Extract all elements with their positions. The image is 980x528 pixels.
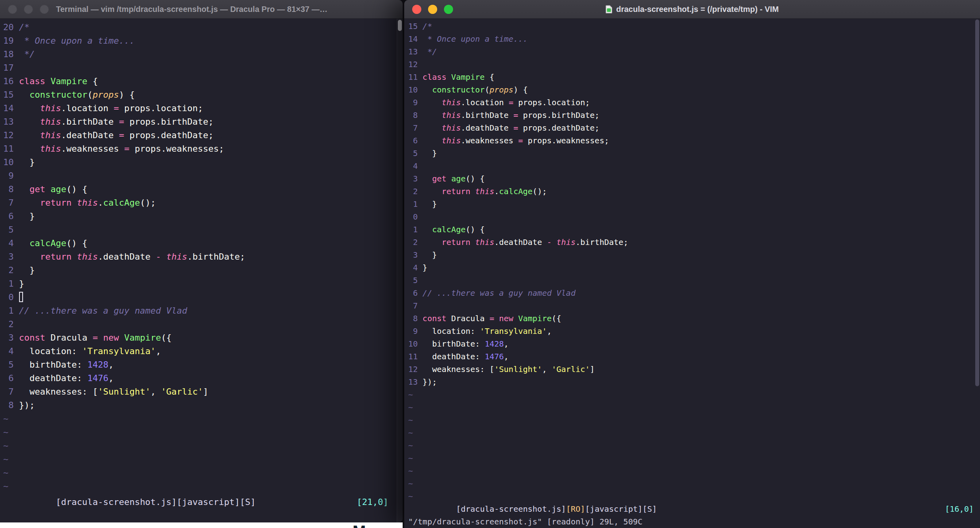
code-token: /* — [19, 22, 30, 32]
buffer-line[interactable]: 9 location: 'Transylvania', — [404, 325, 980, 337]
buffer-line[interactable]: 1 calcAge() { — [404, 223, 980, 236]
line-number: 2 — [408, 185, 422, 198]
code-token: props.location; — [119, 103, 203, 113]
tilde-marker: ~ — [408, 415, 413, 425]
buffer-line[interactable]: 13}); — [404, 376, 980, 388]
buffer-line[interactable]: 4 location: 'Transylvania', — [0, 345, 403, 358]
buffer-line[interactable]: 10 } — [0, 156, 403, 169]
code-token: = — [119, 117, 124, 127]
tilde-marker: ~ — [3, 414, 8, 424]
code-token: . — [494, 187, 499, 196]
buffer-line[interactable]: 4 calcAge() { — [0, 237, 403, 250]
buffer-line[interactable]: 10 constructor(props) { — [404, 83, 980, 96]
buffer-line[interactable]: 0 — [0, 291, 403, 304]
buffer-line[interactable]: 4 — [404, 160, 980, 172]
vim-buffer[interactable]: 20/*19 * Once upon a time...18 */1716cla… — [0, 21, 403, 495]
buffer-line[interactable]: 11 deathDate: 1476, — [404, 350, 980, 363]
buffer-line[interactable]: 7 — [404, 299, 980, 312]
scrollbar-thumb[interactable] — [398, 20, 402, 31]
buffer-line[interactable]: 17 — [0, 61, 403, 75]
buffer-line[interactable]: 12 — [404, 58, 980, 71]
buffer-line[interactable]: 0 — [404, 210, 980, 223]
zoom-button[interactable] — [40, 5, 49, 14]
code-token: props.birthDate; — [518, 110, 600, 120]
code-token — [19, 238, 30, 248]
statusline-flag: [S] — [642, 504, 657, 514]
buffer-line[interactable]: 8const Dracula = new Vampire({ — [404, 312, 980, 325]
buffer-line[interactable]: 2 return this.calcAge(); — [404, 185, 980, 198]
buffer-line[interactable]: 15 constructor(props) { — [0, 88, 403, 102]
code-token: this — [556, 237, 575, 247]
code-token — [422, 123, 442, 133]
code-token: 'Transylvania' — [82, 346, 156, 356]
buffer-line[interactable]: 2 return this.deathDate - this.birthDate… — [404, 236, 980, 249]
buffer-line[interactable]: 6 } — [0, 210, 403, 223]
code-token: props — [93, 90, 119, 100]
terminal-titlebar[interactable]: Terminal — vim /tmp/dracula-screenshot.j… — [0, 0, 403, 19]
buffer-line[interactable]: 3 return this.deathDate - this.birthDate… — [0, 250, 403, 264]
buffer-line[interactable]: 7 this.deathDate = props.deathDate; — [404, 121, 980, 134]
minimize-button[interactable] — [24, 5, 33, 14]
minimize-button[interactable] — [428, 5, 437, 14]
buffer-line[interactable]: 12 weaknesses: ['Sunlight', 'Garlic'] — [404, 363, 980, 376]
buffer-line[interactable]: 14 this.location = props.location; — [0, 102, 403, 115]
buffer-line[interactable]: 2 } — [0, 264, 403, 277]
buffer-line[interactable]: 5 birthDate: 1428, — [0, 358, 403, 372]
buffer-line[interactable]: 6 this.weaknesses = props.weaknesses; — [404, 134, 980, 147]
buffer-line[interactable]: 18 */ — [0, 48, 403, 61]
buffer-line[interactable]: 8 this.birthDate = props.birthDate; — [404, 109, 980, 121]
buffer-line[interactable]: 1 } — [404, 198, 980, 210]
code-token: this — [40, 144, 61, 154]
buffer-line[interactable]: 13 this.birthDate = props.birthDate; — [0, 115, 403, 129]
code-token: ] — [590, 364, 595, 374]
buffer-line[interactable]: 5 } — [404, 147, 980, 160]
buffer-line[interactable]: 8}); — [0, 399, 403, 412]
code-token: (); — [140, 198, 156, 208]
buffer-line[interactable]: 12 this.deathDate = props.deathDate; — [0, 129, 403, 142]
code-token: birthDate: — [19, 360, 87, 370]
buffer-line[interactable]: 9 — [0, 169, 403, 183]
buffer-line[interactable]: 3const Dracula = new Vampire({ — [0, 331, 403, 345]
terminal-scrollbar[interactable] — [397, 19, 403, 522]
code-token: , — [108, 360, 114, 370]
buffer-line[interactable]: 15/* — [404, 20, 980, 33]
buffer-line[interactable]: 1} — [0, 277, 403, 291]
buffer-line[interactable]: 7 weaknesses: ['Sunlight', 'Garlic'] — [0, 385, 403, 399]
code-token: ) { — [513, 85, 528, 94]
buffer-line[interactable]: 9 this.location = props.location; — [404, 96, 980, 109]
code-token: constructor — [29, 90, 87, 100]
buffer-line[interactable]: 19 * Once upon a time... — [0, 34, 403, 48]
macvim-titlebar[interactable]: dracula-screenshot.js = (/private/tmp) -… — [404, 0, 980, 19]
vim-buffer[interactable]: 15/*14 * Once upon a time...13 */1211cla… — [404, 20, 980, 503]
close-button[interactable] — [8, 5, 17, 14]
scrollbar-thumb[interactable] — [975, 19, 979, 386]
buffer-line[interactable]: 11 this.weaknesses = props.weaknesses; — [0, 142, 403, 156]
code-token: } — [422, 250, 437, 260]
code-token: age — [50, 184, 66, 194]
line-number: 15 — [3, 88, 19, 102]
buffer-line[interactable]: 8 get age() { — [0, 183, 403, 196]
buffer-line[interactable]: 16class Vampire { — [0, 75, 403, 88]
code-token: 1428 — [87, 360, 108, 370]
buffer-line[interactable]: 5 — [404, 274, 980, 287]
buffer-line[interactable]: 6// ...there was a guy named Vlad — [404, 287, 980, 299]
buffer-line[interactable]: 1// ...there was a guy named Vlad — [0, 304, 403, 318]
zoom-button[interactable] — [444, 5, 453, 14]
buffer-line[interactable]: 14 * Once upon a time... — [404, 33, 980, 45]
tilde-marker: ~ — [408, 403, 413, 412]
buffer-line[interactable]: 5 — [0, 223, 403, 237]
buffer-line[interactable]: 6 deathDate: 1476, — [0, 372, 403, 385]
buffer-line[interactable]: 3 get age() { — [404, 172, 980, 185]
code-token: }); — [422, 377, 437, 387]
buffer-line[interactable]: 2 — [0, 318, 403, 331]
buffer-line[interactable]: 11class Vampire { — [404, 71, 980, 83]
buffer-line[interactable]: 3 } — [404, 249, 980, 261]
buffer-line[interactable]: 10 birthDate: 1428, — [404, 337, 980, 350]
buffer-line[interactable]: 4} — [404, 261, 980, 274]
buffer-line[interactable]: 7 return this.calcAge(); — [0, 196, 403, 210]
code-token — [19, 144, 40, 154]
macvim-scrollbar[interactable] — [975, 19, 980, 528]
close-button[interactable] — [412, 5, 421, 14]
buffer-line[interactable]: 20/* — [0, 21, 403, 34]
buffer-line[interactable]: 13 */ — [404, 45, 980, 58]
